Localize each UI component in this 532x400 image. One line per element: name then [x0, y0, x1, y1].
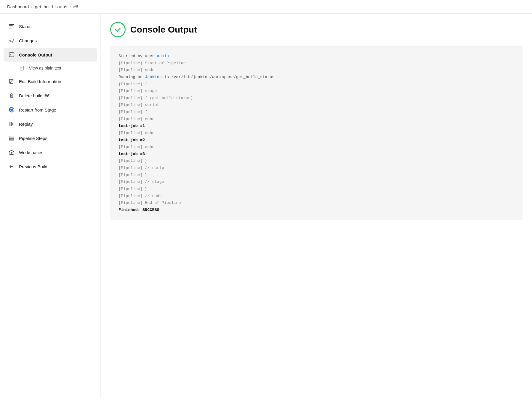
breadcrumb-sep-2: › — [70, 4, 71, 9]
console-line-0: Started by user admin — [118, 53, 514, 60]
console-line-21: [Pipeline] End of Pipeline — [118, 199, 514, 207]
console-line-18: [Pipeline] // stage — [118, 178, 514, 186]
console-line-16: [Pipeline] // script — [118, 164, 514, 172]
sidebar-label-plain-text: View as plain text — [29, 66, 61, 70]
console-line-6: [Pipeline] { (get build status) — [118, 95, 514, 102]
changes-icon: </> — [8, 37, 15, 44]
sidebar-item-previous-build[interactable]: Previous Build — [4, 160, 97, 173]
sidebar-item-restart-stage[interactable]: Restart from Stage — [4, 103, 97, 117]
sidebar-item-edit-build[interactable]: Edit Build Information — [4, 75, 97, 88]
console-line-8: [Pipeline] { — [118, 109, 514, 116]
sidebar-item-console-output[interactable]: ▶_ Console Output — [4, 48, 97, 62]
console-line-3: Running on Jenkins in /var/lib/jenkins/w… — [118, 74, 514, 81]
sidebar-item-replay[interactable]: Replay — [4, 117, 97, 131]
sidebar-label-console-output: Console Output — [19, 52, 52, 57]
sidebar-label-replay: Replay — [19, 122, 33, 127]
sidebar-label-pipeline-steps: Pipeline Steps — [19, 136, 47, 141]
page-header: Console Output — [110, 22, 523, 37]
svg-rect-0 — [9, 24, 14, 25]
pipeline-steps-icon — [8, 135, 15, 141]
breadcrumb: Dashboard › get_build_status › #6 — [0, 0, 532, 14]
sidebar-label-edit-build: Edit Build Information — [19, 79, 61, 84]
replay-icon — [8, 121, 15, 127]
sidebar: Status </> Changes ▶_ Console Output — [0, 14, 101, 398]
main-layout: Status </> Changes ▶_ Console Output — [0, 14, 532, 398]
svg-point-21 — [10, 136, 10, 137]
console-line-1: [Pipeline] Start of Pipeline — [118, 60, 514, 67]
svg-point-23 — [10, 140, 10, 140]
sidebar-label-changes: Changes — [19, 38, 37, 43]
status-icon — [8, 23, 15, 30]
console-line-4: [Pipeline] { — [118, 81, 514, 88]
console-line-9: [Pipeline] echo — [118, 116, 514, 123]
sidebar-item-workspaces[interactable]: Workspaces — [4, 146, 97, 159]
sidebar-label-previous-build: Previous Build — [19, 164, 47, 169]
console-line-14: test-job #3 — [118, 151, 514, 158]
sidebar-label-workspaces: Workspaces — [19, 150, 43, 155]
page-title: Console Output — [130, 25, 197, 35]
console-line-20: [Pipeline] // node — [118, 193, 514, 200]
breadcrumb-build[interactable]: #6 — [73, 4, 78, 9]
sidebar-item-delete-build[interactable]: Delete build '#6' — [4, 89, 97, 102]
svg-rect-2 — [9, 27, 13, 27]
console-line-2: [Pipeline] node — [118, 67, 514, 74]
sidebar-label-delete-build: Delete build '#6' — [19, 93, 50, 98]
admin-link[interactable]: admin — [157, 54, 169, 58]
console-line-12: test-job #2 — [118, 137, 514, 144]
console-line-17: [Pipeline] } — [118, 172, 514, 179]
console-line-11: [Pipeline] echo — [118, 130, 514, 137]
success-icon — [110, 22, 126, 37]
delete-icon — [8, 92, 15, 99]
console-line-10: test-job #1 — [118, 122, 514, 130]
workspaces-icon — [8, 149, 15, 156]
console-line-15: [Pipeline] } — [118, 157, 514, 164]
console-line-19: [Pipeline] } — [118, 186, 514, 193]
sidebar-label-restart-stage: Restart from Stage — [19, 107, 56, 112]
breadcrumb-sep-1: › — [31, 4, 32, 9]
sidebar-item-pipeline-steps[interactable]: Pipeline Steps — [4, 131, 97, 145]
sidebar-subitem-plain-text[interactable]: View as plain text — [4, 62, 97, 74]
svg-text:▶_: ▶_ — [10, 53, 13, 56]
previous-icon — [8, 163, 15, 170]
restart-icon — [8, 107, 15, 113]
jenkins-link[interactable]: Jenkins — [145, 75, 162, 79]
console-output-block: Started by user admin [Pipeline] Start o… — [110, 46, 523, 220]
sidebar-item-status[interactable]: Status — [4, 20, 97, 33]
svg-rect-1 — [9, 25, 13, 26]
sidebar-label-status: Status — [19, 24, 32, 29]
console-line-13: [Pipeline] echo — [118, 143, 514, 151]
edit-build-icon — [8, 78, 15, 85]
svg-point-22 — [10, 138, 10, 138]
console-line-7: [Pipeline] script — [118, 101, 514, 109]
console-icon: ▶_ — [8, 51, 15, 58]
svg-rect-12 — [10, 94, 13, 97]
svg-text:</>: </> — [9, 38, 15, 43]
console-line-22: Finished: SUCCESS — [118, 207, 514, 214]
sidebar-item-changes[interactable]: </> Changes — [4, 34, 97, 47]
console-line-5: [Pipeline] stage — [118, 88, 514, 95]
breadcrumb-job[interactable]: get_build_status — [35, 4, 67, 9]
plain-text-icon — [19, 65, 25, 71]
breadcrumb-dashboard[interactable]: Dashboard — [7, 4, 29, 9]
main-content: Console Output Started by user admin [Pi… — [101, 14, 532, 398]
svg-rect-3 — [9, 28, 12, 28]
